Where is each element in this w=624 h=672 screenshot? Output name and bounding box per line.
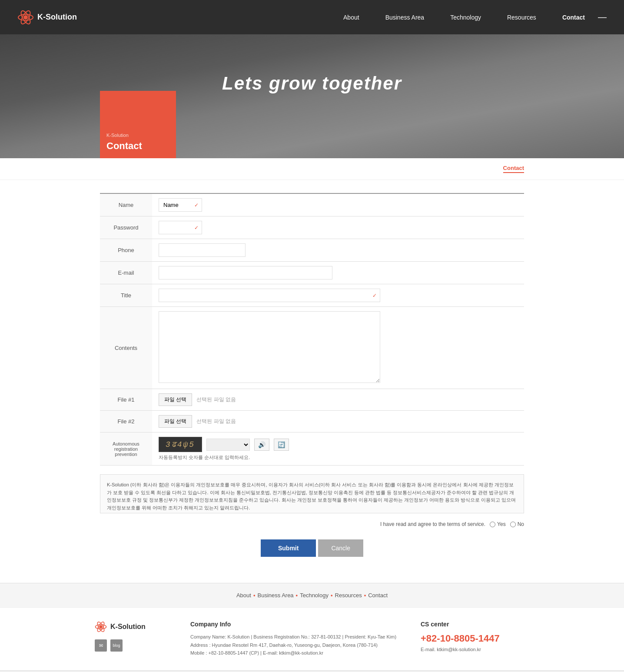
- logo-text: K-Solution: [37, 13, 77, 22]
- name-select[interactable]: Name: [159, 198, 202, 212]
- captcha-select[interactable]: [206, 439, 250, 451]
- captcha-text: 3ढ4ψ5: [166, 440, 195, 449]
- footer-logo-section: K-Solution ✉ blog: [95, 621, 173, 657]
- dot-3: •: [331, 592, 333, 599]
- breadcrumb-bar: Contact: [0, 158, 624, 180]
- submit-button[interactable]: Submit: [261, 539, 316, 557]
- hero-section: Lets grow together K-Solution Contact: [0, 34, 624, 158]
- phone-field: [152, 239, 524, 262]
- agree-no-label[interactable]: No: [510, 521, 524, 527]
- menu-icon[interactable]: —: [598, 12, 607, 22]
- contents-textarea[interactable]: [159, 311, 380, 383]
- yes-label: Yes: [497, 521, 506, 527]
- nav-contact[interactable]: Contact: [562, 14, 585, 21]
- terms-box: K-Solution (이하 회사라 함)은 이용자들의 개인정보보호를 매우 …: [100, 474, 524, 513]
- nav-resources[interactable]: Resources: [507, 14, 536, 21]
- agree-text: I have read and agree to the terms of se…: [380, 521, 485, 527]
- phone-row: Phone: [100, 239, 524, 262]
- dot-4: •: [364, 592, 366, 599]
- footer-nav: About • Business Area • Technology • Res…: [0, 583, 624, 607]
- hero-red-box: K-Solution Contact: [100, 91, 176, 158]
- password-field: [152, 216, 524, 239]
- footer-nav-resources[interactable]: Resources: [335, 592, 362, 599]
- social-blog-button[interactable]: blog: [110, 639, 123, 652]
- contact-form: Name Name Password Phone: [100, 193, 524, 466]
- contents-row: Contents: [100, 307, 524, 389]
- email-label: E-mail: [100, 262, 152, 284]
- title-label: Title: [100, 284, 152, 307]
- file1-button[interactable]: 파일 선택: [159, 393, 192, 406]
- phone-label: Phone: [100, 239, 152, 262]
- pw-select-wrapper: [159, 221, 202, 234]
- footer-company: Company Info Company Name: K-Solution | …: [190, 621, 403, 657]
- file1-label: File #1: [100, 389, 152, 411]
- cs-phone: +82-10-8805-1447: [421, 633, 529, 644]
- cancel-button[interactable]: Cancle: [318, 539, 363, 557]
- cs-title: CS center: [421, 621, 529, 628]
- captcha-wrapper: 3ढ4ψ5 🔊 🔄: [159, 437, 518, 452]
- footer-nav-technology[interactable]: Technology: [300, 592, 329, 599]
- cs-email: E-mail. ktkim@kk-solution.kr: [421, 647, 529, 652]
- footer-logo-text: K-Solution: [110, 623, 146, 631]
- footer-nav-about[interactable]: About: [236, 592, 251, 599]
- file2-button[interactable]: 파일 선택: [159, 415, 192, 428]
- company-name: Company Name: K-Solution | Business Regi…: [190, 633, 403, 641]
- company-mobile: Mobile : +82-10-8805-1447 (CP) | E-mail:…: [190, 649, 403, 657]
- nav-technology[interactable]: Technology: [450, 14, 481, 21]
- file1-field: 파일 선택 선택된 파일 없음: [152, 389, 524, 411]
- captcha-field: 3ढ4ψ5 🔊 🔄 자동등록방지 숫자를 순서대로 입력하세요.: [152, 432, 524, 466]
- footer: K-Solution ✉ blog Company Info Company N…: [0, 607, 624, 670]
- captcha-audio-button[interactable]: 🔊: [254, 439, 269, 451]
- captcha-label: Autonomous registration prevention: [100, 432, 152, 466]
- svg-point-4: [99, 625, 102, 628]
- dot-1: •: [253, 592, 256, 599]
- agree-no-radio[interactable]: [510, 522, 516, 527]
- agree-yes-radio[interactable]: [490, 522, 495, 527]
- svg-point-0: [23, 15, 28, 20]
- contents-label: Contents: [100, 307, 152, 389]
- nav-business-area[interactable]: Business Area: [385, 14, 425, 21]
- title-row: Title: [100, 284, 524, 307]
- captcha-image: 3ढ4ψ5: [159, 437, 202, 452]
- logo[interactable]: K-Solution: [17, 9, 77, 26]
- password-select[interactable]: [159, 221, 202, 234]
- terms-text: K-Solution (이하 회사라 함)은 이용자들의 개인정보보호를 매우 …: [107, 482, 516, 510]
- no-label: No: [518, 521, 524, 527]
- file1-name: 선택된 파일 없음: [196, 396, 236, 403]
- file2-row: File #2 파일 선택 선택된 파일 없음: [100, 411, 524, 432]
- file2-name: 선택된 파일 없음: [196, 418, 236, 425]
- phone-input[interactable]: [159, 243, 246, 257]
- file1-input-wrapper: 파일 선택 선택된 파일 없음: [159, 393, 518, 406]
- footer-cs: CS center +82-10-8805-1447 E-mail. ktkim…: [421, 621, 529, 657]
- agree-yes-label[interactable]: Yes: [490, 521, 506, 527]
- footer-nav-business[interactable]: Business Area: [258, 592, 294, 599]
- captcha-refresh-button[interactable]: 🔄: [274, 439, 289, 451]
- dot-2: •: [296, 592, 298, 599]
- file2-field: 파일 선택 선택된 파일 없음: [152, 411, 524, 432]
- hero-breadcrumb: K-Solution: [106, 133, 169, 138]
- password-row: Password: [100, 216, 524, 239]
- terms-agree-section: I have read and agree to the terms of se…: [100, 518, 524, 531]
- title-select[interactable]: [159, 289, 380, 302]
- email-input[interactable]: [159, 266, 332, 279]
- password-label: Password: [100, 216, 152, 239]
- name-field: Name: [152, 193, 524, 216]
- hero-title: Lets grow together: [222, 73, 402, 94]
- file2-input-wrapper: 파일 선택 선택된 파일 없음: [159, 415, 518, 428]
- name-label: Name: [100, 193, 152, 216]
- company-address: Address : Hyundae Resotel Rm 417, Daehak…: [190, 641, 403, 649]
- footer-inner: K-Solution ✉ blog Company Info Company N…: [95, 621, 529, 657]
- nav-about[interactable]: About: [343, 14, 359, 21]
- title-field: [152, 284, 524, 307]
- captcha-hint: 자동등록방지 숫자를 순서대로 입력하세요.: [159, 454, 518, 461]
- title-select-wrapper: [159, 289, 380, 302]
- file1-row: File #1 파일 선택 선택된 파일 없음: [100, 389, 524, 411]
- file2-label: File #2: [100, 411, 152, 432]
- footer-nav-contact[interactable]: Contact: [368, 592, 388, 599]
- social-email-button[interactable]: ✉: [95, 639, 107, 652]
- footer-social: ✉ blog: [95, 639, 173, 652]
- email-row: E-mail: [100, 262, 524, 284]
- form-section: Name Name Password Phone: [0, 180, 624, 583]
- email-field: [152, 262, 524, 284]
- hero-page-title: Contact: [106, 140, 169, 152]
